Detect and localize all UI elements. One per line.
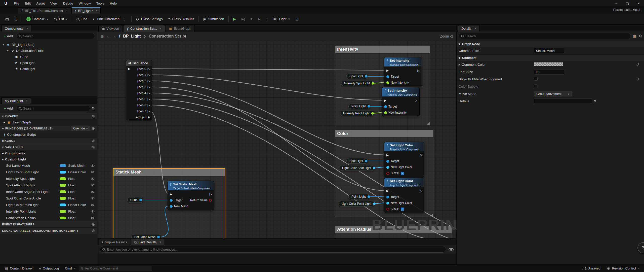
tree-item-spotlight[interactable]: ◤ SpotLight — [0, 60, 97, 66]
frame-skip-button[interactable]: ▶| — [239, 15, 248, 23]
tree-item-cube[interactable]: ▣ Cube — [0, 54, 97, 60]
exec-out-pin[interactable]: ▷ — [148, 97, 150, 101]
variables-section-header[interactable]: ▾ VARIABLES ⊕ — [0, 144, 97, 150]
menu-tools[interactable]: Tools — [94, 0, 107, 7]
new-light-color-pin[interactable] — [386, 166, 389, 169]
pill-intensity-spot-light[interactable]: Intensity Spot Light — [341, 81, 373, 86]
output-log-button[interactable]: ≡ Output Log — [36, 265, 61, 271]
components-search-input[interactable] — [23, 34, 92, 38]
construction-script-item[interactable]: ƒ Construction Script — [0, 131, 97, 138]
my-blueprint-search-input[interactable] — [23, 107, 88, 110]
tab-construction-script[interactable]: ƒ Construction Scr... × — [123, 25, 165, 32]
move-mode-dropdown[interactable]: Group Movement∨ — [534, 91, 572, 96]
visibility-eye-icon[interactable] — [90, 210, 95, 213]
variables-group-custom-light[interactable]: ▾ Custom Light — [0, 156, 97, 162]
hide-unrelated-button[interactable]: ◐ Hide Unrelated ⋮ — [90, 15, 130, 23]
node-set-intensity-spot[interactable]: ƒ Set IntensityTarget is Light Component… — [384, 57, 422, 86]
tab-bp-thirdpersoncharacter[interactable]: ƒ BP_ThirdPersonCharacter × — [18, 7, 71, 14]
then-pin-row[interactable]: Then 5▷ — [126, 96, 152, 102]
visibility-eye-icon[interactable] — [90, 184, 95, 187]
chevron-down-icon[interactable]: ∨ — [47, 18, 48, 20]
tab-my-blueprint[interactable]: My Blueprint × — [2, 97, 31, 104]
add-event-dispatcher-button[interactable]: ⊕ — [92, 222, 95, 227]
output-pin[interactable] — [365, 75, 367, 78]
unsaved-button[interactable]: ↓ 1 Unsaved — [579, 265, 603, 271]
class-settings-button[interactable]: ⚙ Class Settings — [133, 15, 166, 23]
revision-control-button[interactable]: ⊘ Revision Control ∨ — [605, 265, 642, 271]
add-local-variable-button[interactable]: ⊕ — [92, 228, 95, 233]
menu-edit[interactable]: Edit — [22, 0, 33, 7]
pill-spot-light[interactable]: Spot Light — [346, 74, 368, 79]
close-tab-icon[interactable]: × — [26, 27, 28, 30]
then-pin-row[interactable]: Then 6▷ — [126, 102, 152, 108]
minimize-button[interactable]: – — [611, 0, 622, 7]
tab-viewport[interactable]: ▦ Viewport — [98, 25, 123, 32]
details-search[interactable] — [459, 33, 631, 39]
srgb-pin[interactable] — [386, 172, 389, 175]
output-pin[interactable] — [371, 112, 374, 115]
then-pin-row[interactable]: Then 2▷ — [126, 78, 152, 84]
font-size-input[interactable] — [534, 69, 564, 75]
section-graph-node[interactable]: ▾ Graph Node — [457, 41, 644, 47]
add-pin-button[interactable]: Add pin⊕ — [126, 114, 152, 120]
then-pin-row[interactable]: Then 1▷ — [126, 72, 152, 78]
output-pin[interactable] — [365, 160, 367, 162]
exec-out-pin[interactable]: ▷ — [148, 91, 150, 95]
caret-down-icon[interactable]: ▾ — [7, 49, 9, 52]
new-mesh-pin[interactable] — [170, 205, 173, 208]
output-pin[interactable] — [368, 105, 370, 108]
eject-button[interactable]: ▶| — [255, 15, 264, 23]
components-search[interactable] — [16, 33, 95, 39]
variable-type-pill[interactable] — [60, 210, 66, 213]
node-set-light-color-spot[interactable]: ƒ Set Light ColorTarget is Light Compone… — [384, 142, 424, 177]
visibility-eye-icon[interactable] — [90, 217, 95, 219]
exec-out-pin[interactable]: ▷ — [148, 73, 150, 77]
add-component-button[interactable]: + Add — [2, 34, 15, 39]
target-pin[interactable] — [384, 105, 387, 108]
exec-in-pin[interactable]: ▶ — [386, 69, 389, 72]
breadcrumb-root[interactable]: BP_Light — [123, 34, 141, 39]
variable-row-intensity-spot-light[interactable]: Intensity Spot Light Float — [0, 175, 97, 182]
variable-row-light-color-spot-light[interactable]: Light Color Spot Light Linear Color — [0, 169, 97, 175]
srgb-checkbox[interactable]: ✓ — [401, 172, 404, 175]
graph-nav-icon[interactable]: ▦ — [100, 34, 104, 38]
pill-intensity-point-light[interactable]: Intensity Point Light — [340, 111, 374, 116]
find-button[interactable]: Find — [74, 15, 90, 23]
close-tab-icon[interactable]: × — [160, 27, 162, 30]
add-function-button[interactable]: ⊕ — [92, 126, 95, 131]
exec-in-pin[interactable]: ▶ — [386, 189, 389, 193]
comment-title[interactable]: Statick Mesh — [113, 169, 225, 176]
then-pin-row[interactable]: Then 4▷ — [126, 90, 152, 96]
output-pin[interactable] — [368, 195, 370, 198]
menu-view[interactable]: View — [48, 0, 60, 7]
variable-type-pill[interactable] — [60, 203, 66, 206]
tree-item-defaultsceneroot[interactable]: ▾ ⊙ DefaultSceneRoot — [0, 48, 97, 54]
visibility-eye-icon[interactable] — [90, 164, 95, 167]
tab-components[interactable]: Components × — [2, 25, 31, 31]
flag-icon[interactable]: ⚑ — [593, 99, 596, 103]
visibility-eye-icon[interactable] — [90, 171, 95, 174]
forward-arrow-icon[interactable]: → — [112, 34, 116, 38]
content-drawer-button[interactable]: ▤ Content Drawer — [2, 265, 35, 271]
add-macro-button[interactable]: ⊕ — [92, 139, 95, 143]
variable-type-pill[interactable] — [60, 177, 66, 180]
pill-point-light[interactable]: Point Light — [348, 104, 370, 109]
graphs-section-header[interactable]: ▾ GRAPHS ⊕ — [0, 113, 97, 119]
details-input[interactable] — [534, 98, 592, 104]
target-pin[interactable] — [170, 199, 173, 202]
variable-row-set-lamp-mesh[interactable]: Set Lamp Mesh Static Mesh — [0, 162, 97, 169]
then-pin-row[interactable]: Then 7▷ — [126, 108, 152, 114]
variable-type-pill[interactable] — [60, 171, 66, 174]
caret-down-icon[interactable]: ▾ — [2, 157, 4, 161]
close-tab-icon[interactable]: × — [96, 9, 97, 13]
play-button[interactable]: ▶ — [230, 15, 239, 23]
pill-set-lamp-mesh[interactable]: Set Lamp Mesh — [131, 234, 162, 238]
caret-right-icon[interactable]: ▸ — [459, 62, 460, 66]
tree-item-pointlight[interactable]: ☀ PointLight — [0, 66, 97, 72]
tab-details[interactable]: Details × — [458, 25, 479, 31]
caret-right-icon[interactable]: ▸ — [2, 151, 4, 155]
event-dispatchers-section-header[interactable]: EVENT DISPATCHERS ⊕ — [0, 221, 97, 227]
menu-window[interactable]: Window — [76, 0, 94, 7]
save-button[interactable]: ▤ — [3, 15, 12, 23]
my-blueprint-search[interactable] — [16, 105, 90, 111]
